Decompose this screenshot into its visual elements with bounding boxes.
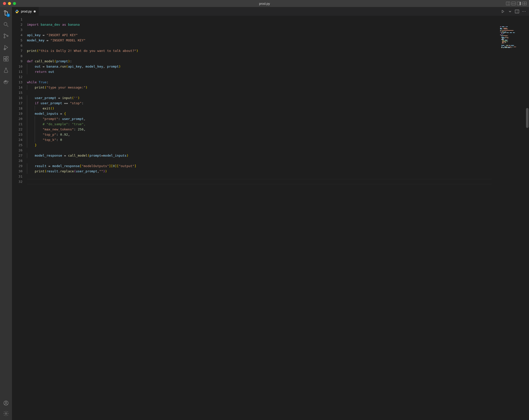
editor-tabs: prod.py ···	[12, 7, 529, 16]
scrollbar-thumb[interactable]	[526, 108, 529, 128]
settings-gear-icon[interactable]	[2, 410, 9, 417]
tab-label: prod.py	[21, 9, 32, 13]
layout-toggle-secondary-sidebar-icon[interactable]	[517, 2, 521, 5]
svg-rect-8	[4, 59, 6, 61]
window-minimize-button[interactable]	[8, 2, 11, 5]
vertical-scrollbar[interactable]	[526, 16, 529, 420]
tab-dirty-indicator	[34, 10, 36, 12]
layout-toggle-sidebar-icon[interactable]	[506, 2, 510, 5]
tab-prod-py[interactable]: prod.py	[12, 7, 39, 16]
svg-rect-7	[4, 57, 6, 59]
svg-point-3	[4, 37, 5, 38]
python-file-icon	[15, 9, 19, 13]
title-bar: prod.py	[0, 0, 529, 7]
svg-point-17	[5, 402, 7, 403]
docker-icon[interactable]	[2, 78, 9, 85]
svg-line-1	[7, 25, 8, 27]
more-actions-button[interactable]: ···	[522, 9, 526, 14]
window-maximize-button[interactable]	[13, 2, 16, 5]
svg-point-19	[16, 10, 16, 10]
svg-rect-15	[6, 81, 6, 81]
svg-point-4	[7, 35, 8, 37]
editor-area: prod.py ···	[12, 7, 529, 420]
explorer-badge: 1	[6, 13, 10, 17]
run-file-button[interactable]	[501, 9, 505, 13]
window-title: prod.py	[259, 2, 270, 5]
code-content[interactable]: import banana_dev as banana api_key = "I…	[27, 16, 529, 420]
titlebar-layout-controls	[506, 2, 529, 5]
explorer-icon[interactable]: 1	[2, 9, 9, 16]
svg-rect-9	[6, 59, 8, 61]
svg-point-0	[4, 22, 7, 25]
accounts-icon[interactable]	[2, 400, 9, 407]
svg-point-18	[5, 413, 7, 414]
svg-rect-14	[5, 81, 6, 81]
testing-icon[interactable]	[2, 67, 9, 74]
search-icon[interactable]	[2, 21, 9, 28]
split-editor-button[interactable]	[515, 10, 519, 13]
svg-point-20	[17, 12, 18, 13]
svg-marker-21	[502, 10, 504, 13]
window-close-button[interactable]	[3, 2, 6, 5]
run-debug-icon[interactable]	[2, 44, 9, 51]
window-controls	[0, 2, 16, 5]
extensions-icon[interactable]	[2, 55, 9, 62]
source-control-icon[interactable]	[2, 32, 9, 39]
layout-customize-icon[interactable]	[523, 2, 527, 5]
editor-actions: ···	[501, 7, 529, 16]
activity-bar: 1	[0, 7, 12, 420]
code-editor[interactable]: 1234567891011121314151617181920212223242…	[12, 16, 529, 420]
layout-toggle-panel-icon[interactable]	[512, 2, 516, 5]
svg-rect-10	[6, 56, 8, 58]
svg-point-2	[4, 34, 5, 35]
line-number-gutter: 1234567891011121314151617181920212223242…	[12, 16, 27, 420]
run-dropdown-button[interactable]	[508, 9, 512, 13]
